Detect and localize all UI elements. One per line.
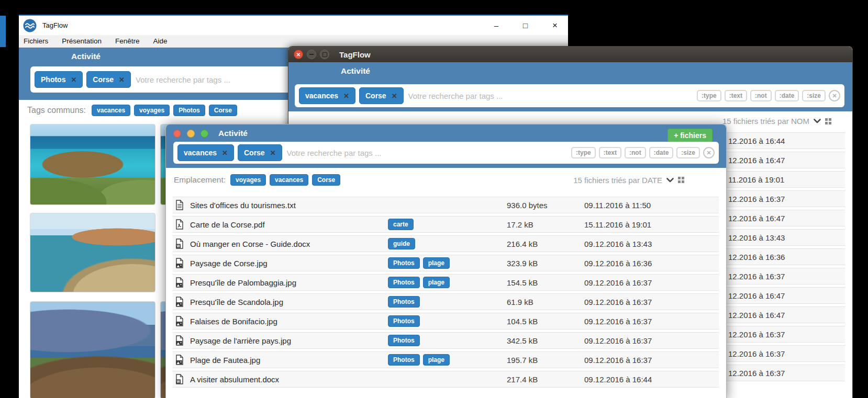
minimize-icon[interactable] <box>187 130 195 138</box>
search-tag-label: vacances <box>184 149 217 157</box>
search-tag[interactable]: Corse✕ <box>238 144 282 161</box>
filter-chip-date[interactable]: :date <box>649 147 674 158</box>
search-input[interactable] <box>286 148 567 158</box>
close-icon[interactable] <box>173 130 181 138</box>
remove-tag-icon[interactable]: ✕ <box>119 76 125 84</box>
table-row[interactable]: Sites d'offices du tourismes.txt936.0 by… <box>173 197 719 213</box>
location-tag[interactable]: Corse <box>312 174 340 186</box>
filter-chip-size[interactable]: :size <box>676 147 700 158</box>
add-files-button[interactable]: + fichiers <box>667 129 713 142</box>
close-icon[interactable]: ✕ <box>294 50 303 59</box>
table-row[interactable]: Paysage de l'arrière pays.jpgPhotos342.5… <box>173 332 719 349</box>
filter-chip-size[interactable]: :size <box>802 90 826 101</box>
tag-search-bar[interactable]: vacances✕Corse✕:type:text:not:date:size✕ <box>173 142 719 164</box>
filter-chip-text[interactable]: :text <box>725 90 747 101</box>
file-tag[interactable]: carte <box>388 219 414 230</box>
title-bar[interactable]: ✕ TagFlow <box>288 47 852 62</box>
desktop: TagFlow – □ × FichiersPrésentationFenêtr… <box>0 0 868 398</box>
table-row[interactable]: Falaises de Bonifacio.jpgPhotos104.5 kB0… <box>173 313 719 329</box>
menu-item-fenêtre[interactable]: Fenêtre <box>115 37 140 45</box>
common-tag[interactable]: Photos <box>173 105 205 116</box>
window-title: TagFlow <box>42 21 68 29</box>
filter-chip-date[interactable]: :date <box>775 90 799 101</box>
file-date: 12.2016 à 16:37 <box>728 195 785 203</box>
file-date: 12.2016 à 13:43 <box>728 233 785 242</box>
search-tag-label: Photos <box>41 75 65 84</box>
file-tag[interactable]: plage <box>423 354 450 366</box>
zoom-icon[interactable] <box>201 130 208 138</box>
search-tag[interactable]: vacances✕ <box>177 144 234 161</box>
file-tag[interactable]: Photos <box>388 257 420 269</box>
search-input[interactable] <box>407 91 693 101</box>
file-name: Paysage de Corse.jpg <box>190 259 268 268</box>
file-tag[interactable]: Photos <box>388 296 420 308</box>
traffic-lights <box>173 130 208 138</box>
table-row[interactable]: Carte de la Corse.pdfcarte17.2 kB15.11.2… <box>173 216 719 233</box>
search-tag[interactable]: Corse✕ <box>359 87 404 104</box>
file-date: 09.11.2016 à 11:50 <box>584 201 651 210</box>
location-row: Emplacement: voyagesvacancesCorse 15 fic… <box>174 174 684 186</box>
table-row[interactable]: WA visiter absulument.docx217.4 kB09.12.… <box>173 371 719 388</box>
location-tag[interactable]: vacances <box>270 174 308 186</box>
file-image-icon <box>175 316 184 326</box>
location-tag[interactable]: voyages <box>230 174 266 186</box>
filter-chip-type[interactable]: :type <box>697 90 721 101</box>
search-tag[interactable]: Photos✕ <box>35 71 83 88</box>
search-tag[interactable]: Corse✕ <box>86 71 131 88</box>
photo-thumbnail-mountains[interactable] <box>30 301 155 398</box>
common-tag[interactable]: voyages <box>134 105 170 116</box>
file-size: 217.4 kB <box>507 375 538 384</box>
remove-tag-icon[interactable]: ✕ <box>71 76 76 84</box>
search-tag[interactable]: vacances✕ <box>299 87 355 104</box>
maximize-icon[interactable]: □ <box>523 21 528 29</box>
section-title: Activité <box>218 129 248 138</box>
file-tag[interactable]: Photos <box>388 354 420 366</box>
clear-search-icon[interactable]: ✕ <box>829 90 840 101</box>
table-row[interactable]: Presqu'île de Scandola.jpgPhotos61.9 kB0… <box>173 293 719 310</box>
table-row[interactable]: Presqu'île de Palombaggia.jpgPhotosplage… <box>173 274 719 291</box>
file-date: 11.2016 à 19:01 <box>728 175 784 184</box>
remove-tag-icon[interactable]: ✕ <box>392 92 397 100</box>
file-tag[interactable]: guide <box>388 238 415 249</box>
remove-tag-icon[interactable]: ✕ <box>343 92 349 100</box>
file-tag[interactable]: Photos <box>388 335 420 346</box>
photo-thumbnail-cliff[interactable] <box>30 213 155 292</box>
grid-view-icon[interactable] <box>825 118 831 124</box>
minimize-icon[interactable]: – <box>494 21 498 29</box>
table-row[interactable]: WOù manger en Corse - Guide.docxguide216… <box>173 235 719 252</box>
filter-chip-type[interactable]: :type <box>571 147 596 158</box>
menu-item-fichiers[interactable]: Fichiers <box>24 37 48 45</box>
close-icon[interactable]: × <box>552 21 558 30</box>
tag-search-bar[interactable]: vacances✕Corse✕:type:text:not:date:size✕ <box>295 84 844 107</box>
filter-chip-not[interactable]: :not <box>625 147 646 158</box>
file-tag[interactable]: plage <box>423 277 450 288</box>
common-tag[interactable]: vacances <box>92 105 130 116</box>
filter-chip-not[interactable]: :not <box>750 90 772 101</box>
filter-chip-text[interactable]: :text <box>599 147 621 158</box>
grid-view-icon[interactable] <box>678 177 684 183</box>
file-tag[interactable]: plage <box>423 257 450 269</box>
minimize-icon[interactable] <box>307 50 316 59</box>
chevron-down-icon[interactable] <box>814 119 821 123</box>
clear-search-icon[interactable]: ✕ <box>703 147 715 158</box>
file-tag[interactable]: Photos <box>388 315 420 327</box>
file-name: Falaises de Bonifacio.jpg <box>190 317 277 326</box>
chevron-down-icon[interactable] <box>666 178 674 183</box>
menu-item-présentation[interactable]: Présentation <box>62 37 102 45</box>
maximize-icon[interactable] <box>320 50 329 59</box>
file-size: 216.4 kB <box>507 240 538 248</box>
title-bar[interactable]: TagFlow – □ × <box>19 15 568 35</box>
file-size: 17.2 kB <box>507 220 533 229</box>
sort-header[interactable]: 15 fichiers triés par NOM <box>722 117 831 126</box>
photo-thumbnail-bay[interactable] <box>30 124 155 205</box>
remove-tag-icon[interactable]: ✕ <box>270 149 276 157</box>
file-tag[interactable]: Photos <box>388 277 420 288</box>
table-row[interactable]: Plage de Fautea.jpgPhotosplage195.7 kB09… <box>173 351 719 368</box>
menu-item-aide[interactable]: Aide <box>153 37 168 45</box>
remove-tag-icon[interactable]: ✕ <box>222 149 228 157</box>
file-date: 09.12.2016 à 16:37 <box>584 356 652 365</box>
sort-header[interactable]: 15 fichiers triés par DATE <box>573 176 684 185</box>
background-window-edge <box>0 16 6 47</box>
common-tag[interactable]: Corse <box>209 105 237 116</box>
table-row[interactable]: Paysage de Corse.jpgPhotosplage323.9 kB0… <box>173 255 719 271</box>
